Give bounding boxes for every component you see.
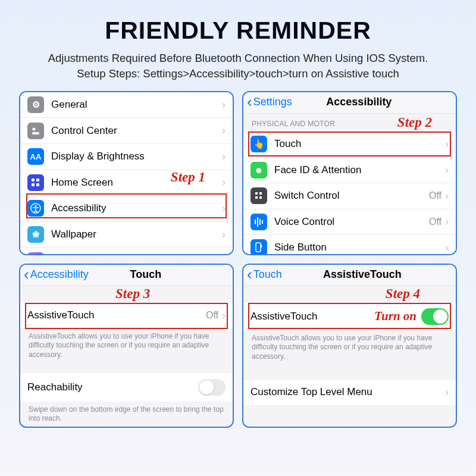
chevron-right-icon: › xyxy=(222,176,226,189)
nav-title: Accessibility xyxy=(280,96,438,108)
page-subtitle: Adjustments Required Before Bluetooth Co… xyxy=(19,51,457,82)
chevron-right-icon: › xyxy=(445,215,449,228)
svg-rect-4 xyxy=(32,183,35,186)
chevron-right-icon: › xyxy=(445,190,449,202)
chevron-left-icon: ‹ xyxy=(24,268,29,281)
row-side-button[interactable]: Side Button › xyxy=(243,235,456,255)
row-display-brightness[interactable]: AA Display & Brightness › xyxy=(20,144,233,170)
chevron-right-icon: › xyxy=(445,138,449,151)
home-grid-icon xyxy=(27,174,44,191)
side-button-icon xyxy=(250,239,267,255)
row-general[interactable]: ⚙ General › xyxy=(20,92,233,118)
svg-rect-12 xyxy=(257,217,258,227)
svg-rect-17 xyxy=(261,245,262,248)
assistivetouch-desc: AssistiveTouch allows you to use your iP… xyxy=(20,328,233,365)
nav-title: Touch xyxy=(77,268,215,281)
reachability-desc: Swipe down on the bottom edge of the scr… xyxy=(20,402,233,428)
reachability-toggle[interactable] xyxy=(198,379,226,396)
panel-step4: ‹ Touch AssistiveTouch AssistiveTouch Tu… xyxy=(242,264,457,428)
svg-rect-9 xyxy=(259,192,262,195)
row-switch-control[interactable]: Switch Control Off › xyxy=(243,183,456,209)
panel-step3: ‹ Accessibility Touch AssistiveTouch Off… xyxy=(19,264,234,428)
back-button[interactable]: ‹ Touch xyxy=(247,268,282,281)
nav-bar: ‹ Touch AssistiveTouch xyxy=(243,265,456,286)
faceid-icon: ☻ xyxy=(250,162,267,178)
panel-step1: ⚙ General › Control Center › AA Display … xyxy=(19,91,234,255)
nav-bar: ‹ Settings Accessibility xyxy=(243,92,456,114)
svg-rect-16 xyxy=(256,243,261,252)
row-assistivetouch-on[interactable]: AssistiveTouch Turn on xyxy=(243,303,456,330)
row-voice-control[interactable]: Voice Control Off › xyxy=(243,209,456,236)
row-assistivetouch[interactable]: AssistiveTouch Off › xyxy=(20,303,233,328)
row-touch[interactable]: 👆 Touch › xyxy=(243,131,456,158)
svg-rect-15 xyxy=(262,220,263,224)
voice-icon xyxy=(250,214,267,230)
svg-rect-1 xyxy=(32,132,39,134)
assistivetouch-toggle[interactable] xyxy=(421,308,449,325)
nav-title: AssistiveTouch xyxy=(278,268,446,281)
svg-rect-11 xyxy=(259,196,262,199)
chevron-right-icon: › xyxy=(222,99,226,111)
chevron-left-icon: ‹ xyxy=(247,96,252,108)
row-faceid[interactable]: ☻ Face ID & Attention › xyxy=(243,157,456,183)
text-size-icon: AA xyxy=(27,148,44,165)
siri-icon xyxy=(27,252,44,255)
chevron-right-icon: › xyxy=(445,386,449,399)
svg-rect-8 xyxy=(255,192,258,195)
row-accessibility[interactable]: Accessibility › xyxy=(20,196,233,222)
svg-rect-14 xyxy=(259,219,261,225)
chevron-right-icon: › xyxy=(222,151,226,163)
chevron-right-icon: › xyxy=(445,164,449,176)
svg-rect-2 xyxy=(32,178,35,181)
svg-rect-5 xyxy=(36,183,39,186)
svg-point-0 xyxy=(33,127,36,130)
grid-icon xyxy=(250,187,267,204)
svg-rect-13 xyxy=(255,220,256,224)
panel-step2: ‹ Settings Accessibility PHYSICAL AND MO… xyxy=(242,91,457,255)
assistivetouch-desc: AssistiveTouch allows you to use your iP… xyxy=(243,330,456,367)
gear-icon: ⚙ xyxy=(27,96,44,113)
accessibility-icon xyxy=(27,200,44,217)
turn-on-label: Turn on xyxy=(374,309,416,324)
row-wallpaper[interactable]: ❀ Wallpaper › xyxy=(20,222,233,248)
chevron-right-icon: › xyxy=(222,309,226,322)
row-reachability[interactable]: Reachability xyxy=(20,373,233,402)
svg-point-7 xyxy=(35,205,37,207)
page-title: FRIENDLY REMINDER xyxy=(19,17,457,45)
svg-rect-10 xyxy=(255,196,258,199)
row-siri-search[interactable]: Siri & Search › xyxy=(20,248,233,255)
flower-icon: ❀ xyxy=(27,226,44,243)
row-customize-menu[interactable]: Customize Top Level Menu › xyxy=(243,380,456,405)
toggles-icon xyxy=(27,123,44,139)
chevron-left-icon: ‹ xyxy=(247,268,252,281)
chevron-right-icon: › xyxy=(222,228,226,241)
svg-rect-3 xyxy=(36,178,39,181)
panels-grid: ⚙ General › Control Center › AA Display … xyxy=(19,91,457,428)
chevron-right-icon: › xyxy=(222,124,226,137)
section-header: PHYSICAL AND MOTOR xyxy=(243,114,456,131)
chevron-right-icon: › xyxy=(222,254,226,255)
nav-bar: ‹ Accessibility Touch xyxy=(20,265,233,286)
chevron-right-icon: › xyxy=(445,242,449,254)
touch-icon: 👆 xyxy=(250,136,267,152)
row-home-screen[interactable]: Home Screen › xyxy=(20,170,233,196)
chevron-right-icon: › xyxy=(222,202,226,215)
row-control-center[interactable]: Control Center › xyxy=(20,118,233,144)
